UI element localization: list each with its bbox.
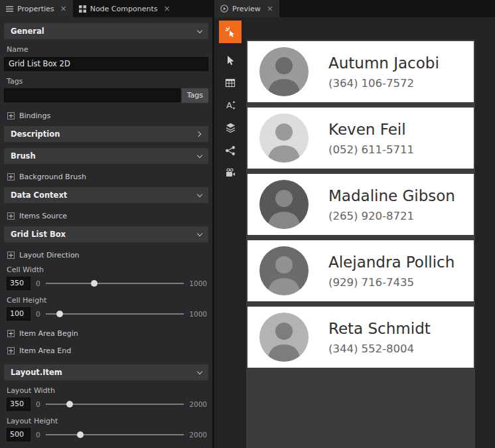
cell-height-slider-row: 0 1000 — [7, 307, 207, 321]
preview-main: Autumn Jacobi (364) 106-7572 Keven Feil … — [246, 17, 495, 448]
slider-thumb[interactable] — [91, 280, 98, 287]
list-item[interactable]: Keven Feil (052) 611-5711 — [248, 108, 474, 169]
cell-height-slider[interactable] — [46, 310, 184, 318]
name-field[interactable] — [4, 57, 208, 71]
slider-thumb[interactable] — [66, 401, 73, 408]
plus-icon — [7, 173, 15, 181]
tab-label: Properties — [17, 5, 54, 13]
tab-node-components[interactable]: Node Components — [73, 0, 177, 17]
play-circle-icon — [220, 5, 228, 13]
preview-viewport: Autumn Jacobi (364) 106-7572 Keven Feil … — [246, 40, 475, 448]
list-item[interactable]: Reta Schmidt (344) 552-8004 — [248, 307, 474, 368]
preview-body: A Autumn Ja — [214, 17, 495, 448]
layout-direction-expander[interactable]: Layout Direction — [7, 251, 207, 260]
node-graph-tool-icon[interactable] — [219, 140, 242, 161]
layout-height-slider[interactable] — [46, 431, 184, 439]
avatar — [259, 180, 309, 229]
chevron-down-icon — [197, 152, 202, 157]
cell-width-label: Cell Width — [7, 265, 207, 274]
slider-track — [46, 283, 184, 284]
layout-direction-label: Layout Direction — [19, 251, 80, 260]
list-item[interactable]: Alejandra Pollich (929) 716-7435 — [248, 240, 474, 301]
table-tool-icon[interactable] — [219, 72, 242, 93]
tab-properties[interactable]: Properties — [0, 0, 73, 17]
cell-height-label: Cell Height — [7, 296, 207, 305]
contact-phone: (364) 106-7572 — [328, 77, 474, 90]
close-icon[interactable] — [163, 5, 170, 13]
slider-thumb[interactable] — [77, 431, 84, 438]
camera-tool-icon[interactable] — [219, 163, 242, 183]
tab-label: Preview — [232, 5, 261, 13]
contact-phone: (265) 920-8721 — [328, 210, 474, 222]
items-source-label: Items Source — [19, 212, 67, 220]
section-title: General — [11, 27, 44, 36]
close-icon[interactable] — [60, 5, 67, 13]
slider-track — [46, 434, 184, 435]
layout-width-slider-row: 0 2000 — [7, 398, 207, 411]
section-title: Description — [11, 129, 60, 139]
svg-text:A: A — [226, 100, 232, 110]
section-brush[interactable]: Brush — [4, 148, 208, 164]
plus-icon — [7, 112, 15, 119]
contact-phone: (929) 716-7435 — [328, 276, 474, 289]
properties-body: General Name Tags Tags Bindings Descript… — [0, 17, 212, 448]
name-label: Name — [7, 45, 207, 54]
chevron-down-icon — [197, 28, 202, 33]
preview-panel: Preview A — [214, 0, 495, 448]
layers-tool-icon[interactable] — [219, 117, 242, 138]
avatar — [259, 246, 309, 295]
close-icon[interactable] — [267, 5, 273, 13]
contact-name: Autumn Jacobi — [328, 54, 474, 72]
chevron-down-icon — [197, 230, 202, 236]
tags-row: Tags — [4, 88, 208, 103]
pick-tool-icon[interactable] — [219, 21, 242, 43]
cell-width-slider[interactable] — [46, 279, 184, 287]
section-data-context[interactable]: Data Context — [4, 187, 208, 203]
tab-preview[interactable]: Preview — [214, 0, 279, 17]
studio-window: Properties Node Components General Name … — [0, 0, 495, 448]
section-description[interactable]: Description — [4, 126, 208, 142]
list-item[interactable]: Autumn Jacobi (364) 106-7572 — [248, 41, 474, 102]
contact-name: Madaline Gibson — [328, 187, 474, 204]
plus-icon — [7, 347, 15, 354]
properties-list-icon — [6, 5, 13, 13]
section-layout-item[interactable]: Layout.Item — [4, 364, 208, 380]
pointer-tool-icon[interactable] — [219, 50, 242, 70]
layout-height-slider-row: 0 2000 — [7, 428, 207, 441]
slider-thumb[interactable] — [56, 311, 63, 317]
tab-label: Node Components — [90, 5, 158, 13]
layout-width-slider[interactable] — [46, 400, 184, 408]
plus-icon — [7, 252, 15, 259]
components-icon — [79, 5, 86, 13]
layout-height-label: Layout Height — [7, 417, 207, 425]
slider-max: 1000 — [189, 310, 207, 318]
layout-width-label: Layout Width — [7, 386, 207, 395]
background-brush-expander[interactable]: Background Brush — [7, 173, 207, 181]
text-tool-icon[interactable]: A — [219, 95, 242, 115]
layout-width-field[interactable] — [7, 398, 31, 411]
section-title: Data Context — [11, 190, 67, 200]
avatar — [259, 113, 309, 163]
list-item[interactable]: Madaline Gibson (265) 920-8721 — [248, 174, 474, 235]
slider-min: 0 — [36, 431, 40, 439]
item-area-end-expander[interactable]: Item Area End — [7, 346, 207, 355]
section-general[interactable]: General — [4, 23, 208, 39]
contact-phone: (052) 611-5711 — [328, 143, 474, 156]
slider-min: 0 — [36, 400, 40, 408]
items-source-expander[interactable]: Items Source — [7, 212, 207, 220]
tags-field[interactable] — [4, 88, 180, 102]
preview-toolbar: A — [214, 17, 246, 448]
item-area-begin-expander[interactable]: Item Area Begin — [7, 329, 207, 338]
bindings-expander[interactable]: Bindings — [7, 112, 207, 120]
layout-height-field[interactable] — [7, 428, 31, 441]
cell-height-field[interactable] — [7, 307, 31, 321]
section-grid-list-box[interactable]: Grid List Box — [4, 226, 208, 242]
item-area-end-label: Item Area End — [19, 346, 71, 355]
tags-button[interactable]: Tags — [182, 88, 208, 103]
slider-min: 0 — [36, 279, 40, 287]
avatar — [259, 313, 309, 362]
cell-width-field[interactable] — [7, 277, 31, 290]
item-area-begin-label: Item Area Begin — [19, 329, 78, 338]
bindings-label: Bindings — [19, 112, 50, 120]
contact-phone: (344) 552-8004 — [328, 342, 474, 355]
